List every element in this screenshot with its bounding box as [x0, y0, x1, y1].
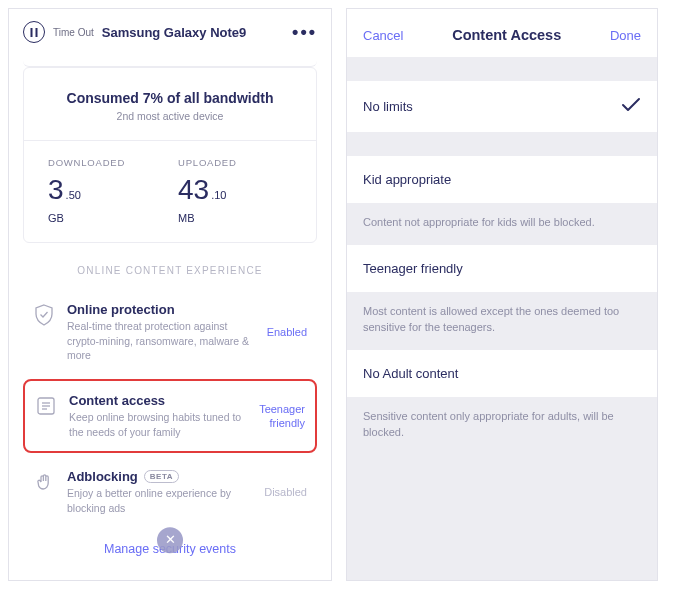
spacer [347, 57, 657, 81]
uploaded-stat: UPLOADED 43 .10 MB [178, 157, 308, 224]
teen-desc: Most content is allowed except the ones … [347, 292, 657, 350]
content-access-status: Teenager friendly [259, 402, 305, 431]
option-kid-appropriate[interactable]: Kid appropriate [347, 156, 657, 203]
option-no-limits[interactable]: No limits [347, 81, 657, 132]
content-access-title: Content access [69, 393, 247, 408]
online-protection-row[interactable]: Online protection Real-time threat prote… [23, 290, 317, 375]
uploaded-small: .10 [211, 189, 226, 201]
nav-bar: Cancel Content Access Done [347, 9, 657, 57]
protection-desc: Real-time threat protection against cryp… [67, 319, 255, 363]
section-label: ONLINE CONTENT EXPERIENCE [9, 243, 331, 290]
adblocking-title: Adblocking [67, 469, 138, 484]
uploaded-label: UPLOADED [178, 157, 308, 168]
kid-desc: Content not appropriate for kids will be… [347, 203, 657, 245]
option-teenager-friendly[interactable]: Teenager friendly [347, 245, 657, 292]
content-access-row[interactable]: Content access Keep online browsing habi… [23, 379, 317, 453]
downloaded-unit: GB [48, 212, 178, 224]
downloaded-big: 3 [48, 174, 64, 206]
consumed-title: Consumed 7% of all bandwidth [34, 90, 306, 106]
kid-label: Kid appropriate [363, 172, 451, 187]
option-no-adult[interactable]: No Adult content [347, 350, 657, 397]
hand-icon [33, 471, 55, 493]
spacer [347, 132, 657, 156]
more-icon[interactable]: ••• [292, 22, 317, 43]
shield-icon [33, 304, 55, 326]
feature-list: Online protection Real-time threat prote… [9, 290, 331, 528]
check-icon [621, 97, 641, 116]
beta-badge: BETA [144, 470, 179, 483]
nav-title: Content Access [403, 27, 609, 43]
downloaded-stat: DOWNLOADED 3 .50 GB [48, 157, 178, 224]
card-stub [23, 53, 317, 67]
stats-row: DOWNLOADED 3 .50 GB UPLOADED 43 .10 MB [24, 141, 316, 242]
consumed-block: Consumed 7% of all bandwidth 2nd most ac… [24, 68, 316, 141]
pause-icon[interactable] [23, 21, 45, 43]
cancel-button[interactable]: Cancel [363, 28, 403, 43]
protection-title: Online protection [67, 302, 255, 317]
bandwidth-card: Consumed 7% of all bandwidth 2nd most ac… [23, 67, 317, 243]
teen-label: Teenager friendly [363, 261, 463, 276]
content-access-screen: Cancel Content Access Done No limits Kid… [346, 8, 658, 581]
manage-security-link[interactable]: Manage security events ✕ [9, 528, 331, 564]
close-icon[interactable]: ✕ [157, 527, 183, 553]
timeout-label: Time Out [53, 27, 94, 38]
consumed-subtitle: 2nd most active device [34, 110, 306, 122]
done-button[interactable]: Done [610, 28, 641, 43]
adblocking-desc: Enjoy a better online experience by bloc… [67, 486, 252, 515]
adult-desc: Sensitive content only appropriate for a… [347, 397, 657, 455]
bottom-fill [347, 455, 657, 580]
content-access-desc: Keep online browsing habits tuned to the… [69, 410, 247, 439]
downloaded-label: DOWNLOADED [48, 157, 178, 168]
adblocking-status: Disabled [264, 485, 307, 499]
adblocking-row[interactable]: Adblocking BETA Enjoy a better online ex… [23, 457, 317, 527]
device-name: Samsung Galaxy Note9 [102, 25, 284, 40]
no-limits-label: No limits [363, 99, 413, 114]
options-list: No limits Kid appropriate Content not ap… [347, 57, 657, 580]
device-detail-screen: Time Out Samsung Galaxy Note9 ••• Consum… [8, 8, 332, 581]
svg-rect-1 [36, 28, 38, 37]
content-access-icon [35, 395, 57, 417]
downloaded-small: .50 [66, 189, 81, 201]
svg-rect-0 [31, 28, 33, 37]
uploaded-unit: MB [178, 212, 308, 224]
adult-label: No Adult content [363, 366, 458, 381]
protection-status: Enabled [267, 325, 307, 339]
device-header: Time Out Samsung Galaxy Note9 ••• [9, 9, 331, 53]
uploaded-big: 43 [178, 174, 209, 206]
